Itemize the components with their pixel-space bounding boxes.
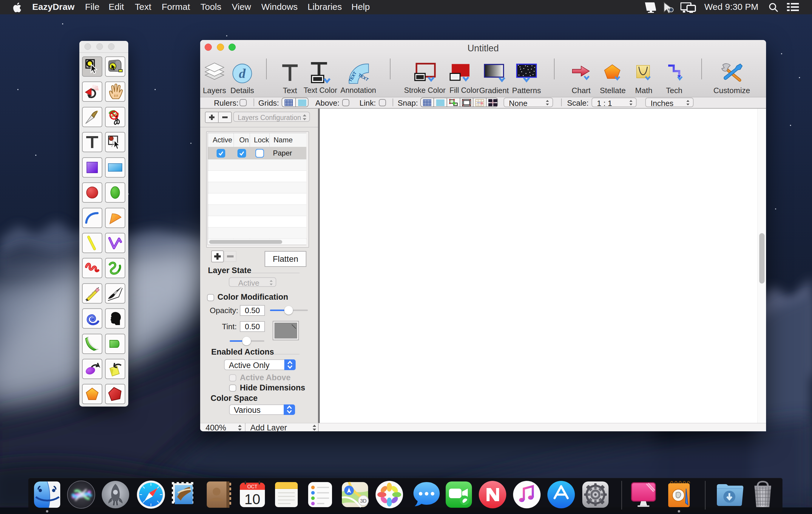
svg-text:3D: 3D [360, 498, 367, 504]
svg-text:10: 10 [244, 491, 260, 507]
svg-text:d: d [239, 66, 246, 81]
svg-text:OCT: OCT [247, 484, 257, 489]
